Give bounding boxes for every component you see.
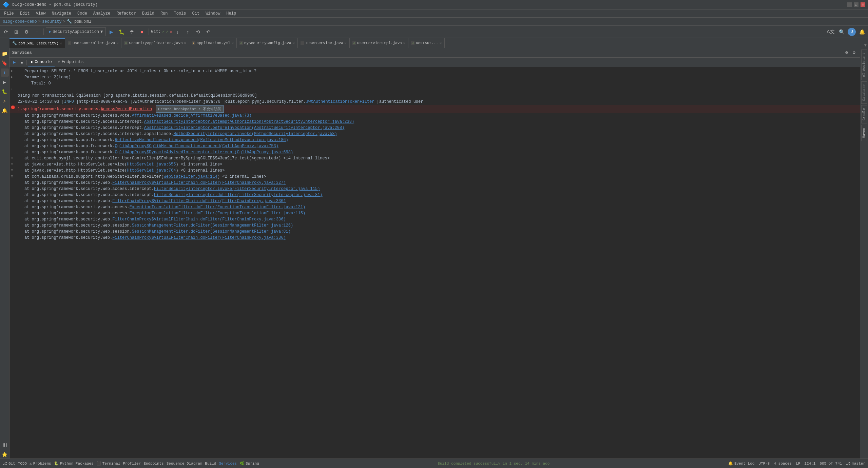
translate-btn[interactable]: A文	[826, 27, 835, 37]
stop-btn[interactable]: ■	[137, 27, 147, 37]
status-spring[interactable]: 🌿 Spring	[239, 461, 259, 466]
sidebar-icon-commit[interactable]: ⬆	[1, 69, 9, 77]
status-indent[interactable]: 4 spaces	[774, 462, 792, 466]
menu-refactor[interactable]: Refactor	[114, 11, 139, 17]
status-todo[interactable]: TODO	[18, 462, 27, 466]
run-btn[interactable]: ▶	[107, 27, 116, 37]
console-output[interactable]: ▶ Preparing: SELECT r.* FROM t_user_role…	[9, 67, 860, 459]
sidebar-icon-project[interactable]: 📁	[1, 50, 9, 58]
tabs-overflow-btn[interactable]: ▼	[864, 43, 868, 48]
status-endpoints[interactable]: Endpoints	[143, 462, 163, 466]
status-branch[interactable]: ⎇ master	[846, 461, 865, 466]
tab-close-usercontroller[interactable]: ✕	[116, 41, 118, 45]
file-tab-mysecurityconfig[interactable]: J MySecurityConfig.java ✕	[237, 38, 298, 48]
file-tab-userserviceimpl[interactable]: J UserServiceImpl.java ✕	[350, 38, 408, 48]
file-tab-pom-xml[interactable]: 🔧 pom.xml (security) ✕	[9, 38, 65, 48]
notifications-btn[interactable]: 🔔	[857, 27, 867, 37]
sidebar-icon-favorites[interactable]: ⭐	[1, 450, 9, 459]
console-line: ⊞ at javax.servlet.http.HttpServlet.serv…	[9, 162, 860, 168]
status-build[interactable]: Build	[205, 462, 216, 466]
menu-git[interactable]: Git	[190, 11, 202, 17]
tab-close-userserviceimpl[interactable]: ✕	[403, 41, 405, 45]
toolbar-sync-btn[interactable]: ⟳	[1, 27, 11, 37]
tab-close-securityapp[interactable]: ✕	[184, 41, 186, 45]
expand-icon[interactable]: ⊞	[11, 168, 13, 172]
toolbar-settings-btn[interactable]: ⚙	[22, 27, 31, 37]
git-push-btn[interactable]: ↑	[183, 27, 193, 37]
tab-close-restaut[interactable]: ✕	[440, 41, 442, 45]
services-settings-gear2[interactable]: ⚙	[851, 50, 857, 56]
status-git[interactable]: ⎇ Git	[3, 461, 15, 466]
close-button[interactable]: ✕	[861, 2, 865, 7]
toolbar-collapse-btn[interactable]: ⊞	[12, 27, 21, 37]
menu-edit[interactable]: Edit	[17, 11, 33, 17]
line-content: at org.springframework.security.web.acce…	[18, 205, 859, 210]
file-tab-securityapp[interactable]: A SecurityApplication.java ✕	[121, 38, 189, 48]
services-settings-gear[interactable]: ⚙	[844, 50, 850, 56]
menu-navigate[interactable]: Navigate	[49, 11, 74, 17]
coverage-btn[interactable]: ☂	[127, 27, 136, 37]
sidebar-icon-structure[interactable]: ☰	[1, 441, 9, 449]
tab-close-mysecurityconfig[interactable]: ✕	[293, 41, 295, 45]
status-line-count[interactable]: 605 of 741	[819, 462, 842, 466]
user-avatar[interactable]: U	[848, 28, 856, 36]
menu-view[interactable]: View	[33, 11, 49, 17]
expand-icon[interactable]: ⊞	[11, 162, 13, 166]
status-terminal[interactable]: ⬛ Terminal	[96, 461, 120, 466]
maximize-button[interactable]: □	[854, 2, 859, 7]
breadcrumb-file[interactable]: 🔧 pom.xml	[67, 19, 92, 24]
expand-icon[interactable]: ⊞	[11, 174, 13, 178]
run-config-selector[interactable]: ▶ SecurityApplication ▼	[46, 27, 106, 36]
right-panel-tab-maven[interactable]: Maven	[861, 125, 867, 141]
debug-btn[interactable]: 🐛	[117, 27, 126, 37]
tab-close-iuserservice[interactable]: ✕	[345, 41, 347, 45]
git-rollback-btn[interactable]: ↶	[204, 27, 213, 37]
menu-run[interactable]: Run	[158, 11, 171, 17]
status-position[interactable]: 124:1	[804, 462, 815, 466]
status-python-packages[interactable]: 🐍 Python Packages	[54, 461, 94, 466]
status-sequence-diagram[interactable]: Sequence Diagram	[167, 462, 202, 466]
menu-analyze[interactable]: Analyze	[91, 11, 113, 17]
sidebar-icon-plugins[interactable]: ⚡	[1, 97, 9, 105]
status-event-log[interactable]: 🔔 Event Log	[728, 461, 754, 466]
status-line-ending[interactable]: LF	[796, 462, 800, 466]
menu-file[interactable]: File	[1, 11, 17, 17]
right-panel-tab-database[interactable]: Database	[861, 81, 867, 104]
right-panel-tab-gradle[interactable]: Gradle	[861, 105, 867, 123]
sidebar-icon-notifications[interactable]: 🔔	[1, 106, 9, 115]
menu-code[interactable]: Code	[75, 11, 90, 17]
breadcrumb-project[interactable]: blog-code-demo	[3, 19, 37, 24]
sidebar-icon-debug[interactable]: 🐛	[1, 87, 9, 96]
minimize-button[interactable]: —	[847, 2, 852, 7]
git-history-btn[interactable]: ⟲	[193, 27, 203, 37]
git-update-btn[interactable]: ↓	[173, 27, 182, 37]
file-tab-application-yml[interactable]: Y application.yml ✕	[189, 38, 237, 48]
file-tab-usercontroller[interactable]: J UserController.java ✕	[65, 38, 121, 48]
status-encoding[interactable]: UTF-8	[758, 462, 770, 466]
file-tab-iuserservice[interactable]: I IUserService.java ✕	[298, 38, 350, 48]
service-tab-console[interactable]: ▶ Console	[28, 58, 55, 66]
status-problems[interactable]: ⚠ Problems	[30, 461, 51, 466]
breadcrumb-bar: blog-code-demo > security > 🔧 pom.xml	[0, 18, 868, 26]
menu-window[interactable]: Window	[203, 11, 223, 17]
menu-help[interactable]: Help	[224, 11, 239, 17]
search-everywhere-btn[interactable]: 🔍	[837, 27, 846, 37]
services-restart-btn[interactable]: ▶	[11, 59, 18, 66]
services-stop-btn[interactable]: ■	[18, 59, 25, 66]
status-services[interactable]: Services	[219, 462, 237, 466]
expand-icon[interactable]: ⊞	[11, 156, 13, 160]
console-line: at org.springframework.security.web.Filt…	[9, 217, 860, 223]
right-panel-tab-ai-assistant[interactable]: AI Assistant	[861, 50, 867, 80]
breadcrumb-module[interactable]: security	[42, 19, 62, 24]
toolbar-minus-btn[interactable]: −	[32, 27, 41, 37]
menu-build[interactable]: Build	[139, 11, 157, 17]
status-profiler[interactable]: Profiler	[123, 462, 141, 466]
menu-tools[interactable]: Tools	[171, 11, 189, 17]
tab-close-pom[interactable]: ✕	[60, 41, 62, 45]
tab-close-appyml[interactable]: ✕	[232, 41, 234, 45]
file-tab-restaut[interactable]: J RestAut... ✕	[408, 38, 445, 48]
expand-icon[interactable]: ▶	[11, 69, 13, 73]
sidebar-icon-run[interactable]: ▶	[1, 78, 9, 86]
sidebar-icon-bookmark[interactable]: 🔖	[1, 59, 9, 67]
service-tab-endpoints[interactable]: ⚡ Endpoints	[55, 58, 86, 66]
